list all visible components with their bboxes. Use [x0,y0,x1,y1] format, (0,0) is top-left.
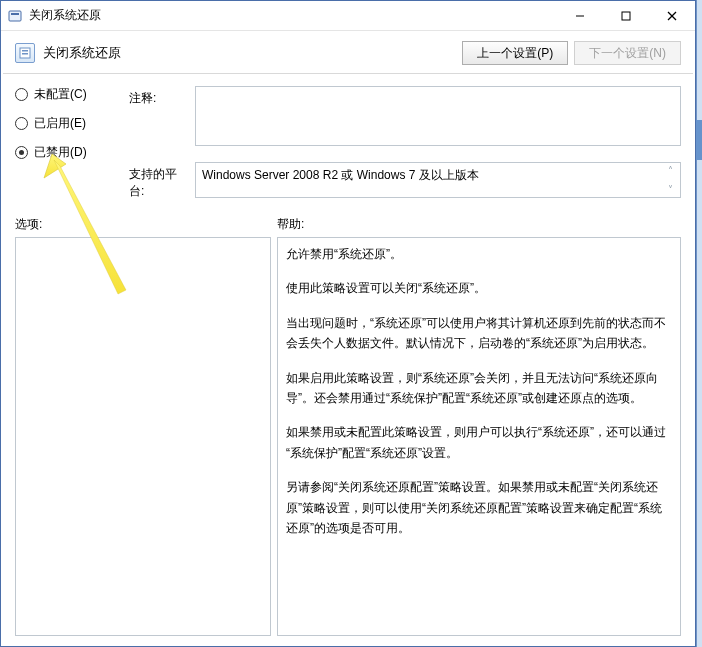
radio-label: 已启用(E) [34,115,86,132]
outer-window-edge [696,0,702,647]
radio-icon [15,146,28,159]
gpedit-policy-window: 关闭系统还原 关闭系统还原 上一个设置(P) 下一个设置(N) [0,0,696,647]
subheader: 关闭系统还原 上一个设置(P) 下一个设置(N) [1,31,695,73]
policy-title: 关闭系统还原 [43,44,121,62]
window-buttons [557,1,695,30]
minimize-button[interactable] [557,1,603,30]
radio-label: 已禁用(D) [34,144,87,161]
comment-input[interactable] [195,86,681,146]
maximize-button[interactable] [603,1,649,30]
platform-label: 支持的平台: [129,162,191,200]
radio-icon [15,88,28,101]
radio-not-configured[interactable]: 未配置(C) [15,86,125,103]
titlebar: 关闭系统还原 [1,1,695,31]
help-paragraph: 如果启用此策略设置，则“系统还原”会关闭，并且无法访问“系统还原向导”。还会禁用… [286,368,672,409]
policy-icon [15,43,35,63]
svg-rect-1 [11,13,19,15]
radio-icon [15,117,28,130]
app-icon [7,8,23,24]
platform-text: Windows Server 2008 R2 或 Windows 7 及以上版本 [202,168,479,182]
svg-rect-0 [9,11,21,21]
next-setting-button: 下一个设置(N) [574,41,681,65]
panes: 允许禁用“系统还原”。 使用此策略设置可以关闭“系统还原”。 当出现问题时，“系… [1,237,695,646]
window-title: 关闭系统还原 [29,7,557,24]
options-label: 选项: [15,216,277,233]
help-label: 帮助: [277,216,681,233]
help-paragraph: 当出现问题时，“系统还原”可以使用户将其计算机还原到先前的状态而不会丢失个人数据… [286,313,672,354]
help-paragraph: 另请参阅“关闭系统还原配置”策略设置。如果禁用或未配置“关闭系统还原”策略设置，… [286,477,672,538]
svg-rect-7 [22,50,28,52]
help-paragraph: 使用此策略设置可以关闭“系统还原”。 [286,278,672,298]
pane-labels: 选项: 帮助: [1,208,695,237]
radio-label: 未配置(C) [34,86,87,103]
config-area: 未配置(C) 已启用(E) 已禁用(D) 注释: 支持的平台: Windows … [1,74,695,208]
options-pane[interactable] [15,237,271,636]
help-paragraph: 允许禁用“系统还原”。 [286,244,672,264]
help-pane[interactable]: 允许禁用“系统还原”。 使用此策略设置可以关闭“系统还原”。 当出现问题时，“系… [277,237,681,636]
scroll-arrows-icon: ˄˅ [662,165,678,195]
radio-disabled[interactable]: 已禁用(D) [15,144,125,161]
state-radio-group: 未配置(C) 已启用(E) 已禁用(D) [15,86,125,173]
radio-enabled[interactable]: 已启用(E) [15,115,125,132]
svg-rect-8 [22,53,28,55]
close-button[interactable] [649,1,695,30]
prev-setting-button[interactable]: 上一个设置(P) [462,41,568,65]
svg-rect-3 [622,12,630,20]
platform-box: Windows Server 2008 R2 或 Windows 7 及以上版本… [195,162,681,198]
comment-label: 注释: [129,86,191,107]
help-paragraph: 如果禁用或未配置此策略设置，则用户可以执行“系统还原”，还可以通过“系统保护”配… [286,422,672,463]
